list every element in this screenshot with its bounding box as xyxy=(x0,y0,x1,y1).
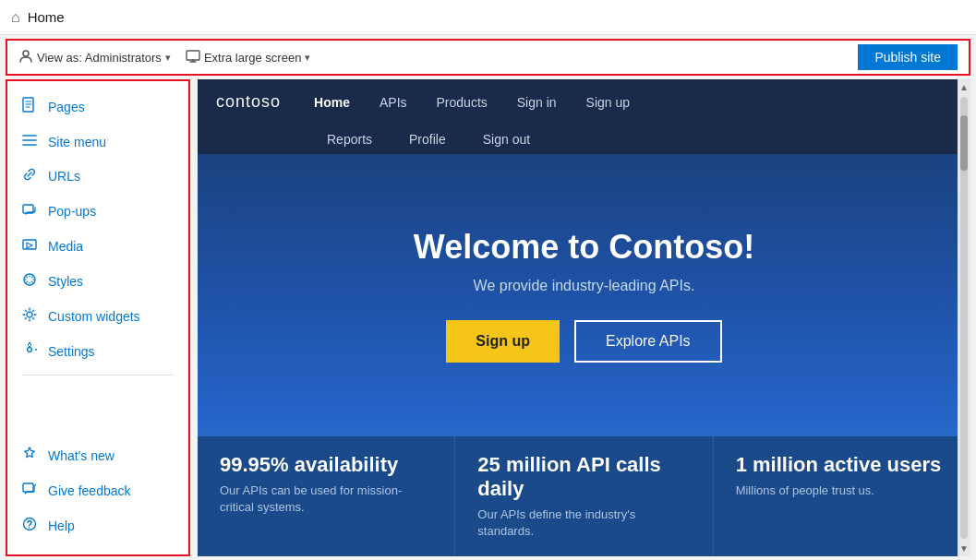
sidebar-item-label: Help xyxy=(48,518,75,533)
stat-availability: 99.95% availability Our APIs can be used… xyxy=(198,436,455,556)
sidebar-item-site-menu[interactable]: Site menu xyxy=(7,125,188,159)
toolbar-left: View as: Administrators ▾ Extra large sc… xyxy=(18,49,310,66)
media-icon xyxy=(22,237,39,256)
sidebar-item-label: Settings xyxy=(48,344,95,359)
sidebar-item-pop-ups[interactable]: Pop-ups xyxy=(7,194,188,229)
site-logo: contoso xyxy=(216,79,299,125)
nav-link-sign-up[interactable]: Sign up xyxy=(572,82,645,123)
site-nav: contoso Home APIs Products Sign in Sign … xyxy=(198,79,970,125)
main-toolbar: View as: Administrators ▾ Extra large sc… xyxy=(6,39,970,76)
stat-desc: Millions of people trust us. xyxy=(736,483,948,499)
svg-point-7 xyxy=(28,348,32,352)
nav-link-home[interactable]: Home xyxy=(299,82,365,123)
sidebar-item-label: Styles xyxy=(48,274,83,289)
stat-number: 99.95% availability xyxy=(220,453,432,477)
pages-icon xyxy=(22,97,39,117)
nav-link-sign-out[interactable]: Sign out xyxy=(464,125,548,154)
scrollbar-thumb[interactable] xyxy=(960,115,968,171)
sidebar-item-pages[interactable]: Pages xyxy=(7,89,188,125)
body: Pages Site menu URLs Pop-ups Media xyxy=(0,76,976,560)
scrollbar[interactable]: ▲ ▼ xyxy=(958,79,970,556)
sidebar-item-label: Pop-ups xyxy=(48,204,96,219)
scrollbar-track xyxy=(960,97,968,539)
sidebar-item-label: Site menu xyxy=(48,135,106,149)
view-as-dropdown[interactable]: View as: Administrators ▾ xyxy=(18,49,171,66)
preview-inner: contoso Home APIs Products Sign in Sign … xyxy=(198,79,970,556)
scroll-down-arrow[interactable]: ▼ xyxy=(957,541,970,556)
svg-point-0 xyxy=(23,51,29,56)
site-menu-icon xyxy=(22,134,39,150)
nav-link-profile[interactable]: Profile xyxy=(391,125,464,154)
sidebar-bottom: What's new Give feedback Help xyxy=(7,438,188,547)
stat-number: 1 million active users xyxy=(736,453,948,477)
sidebar-item-label: Custom widgets xyxy=(48,309,140,324)
pop-ups-icon xyxy=(22,202,39,220)
nav-link-sign-in[interactable]: Sign in xyxy=(502,82,572,123)
sidebar-item-media[interactable]: Media xyxy=(7,229,188,264)
sidebar: Pages Site menu URLs Pop-ups Media xyxy=(6,79,190,556)
scroll-up-arrow[interactable]: ▲ xyxy=(957,79,970,95)
sidebar-item-styles[interactable]: Styles xyxy=(7,264,188,299)
stat-api-calls: 25 million API calls daily Our APIs defi… xyxy=(455,436,713,556)
settings-icon xyxy=(22,342,39,361)
give-feedback-icon xyxy=(22,482,39,500)
screen-size-icon xyxy=(186,50,200,66)
sidebar-item-custom-widgets[interactable]: Custom widgets xyxy=(7,299,188,334)
custom-widgets-icon xyxy=(22,307,39,326)
screen-size-chevron-icon: ▾ xyxy=(305,52,310,64)
sidebar-item-label: Give feedback xyxy=(48,483,131,498)
sidebar-item-whats-new[interactable]: What's new xyxy=(7,438,188,473)
sidebar-item-label: URLs xyxy=(48,169,80,184)
sidebar-item-urls[interactable]: URLs xyxy=(7,159,188,194)
site-nav-links: Home APIs Products Sign in Sign up xyxy=(299,82,952,123)
svg-rect-1 xyxy=(187,51,199,60)
explore-apis-button[interactable]: Explore APIs xyxy=(574,320,722,363)
stats-section: 99.95% availability Our APIs can be used… xyxy=(198,436,970,556)
sidebar-item-label: Pages xyxy=(48,100,85,114)
help-icon xyxy=(22,517,39,535)
view-as-chevron-icon: ▾ xyxy=(165,52,171,64)
page-title: Home xyxy=(28,9,65,25)
hero-subtitle: We provide industry-leading APIs. xyxy=(474,278,695,294)
stat-active-users: 1 million active users Millions of peopl… xyxy=(714,436,970,556)
sign-up-button[interactable]: Sign up xyxy=(446,320,560,363)
sidebar-item-label: Media xyxy=(48,239,83,254)
view-as-label: View as: Administrators xyxy=(37,51,162,65)
sidebar-item-label: What's new xyxy=(48,448,114,463)
nav-link-apis[interactable]: APIs xyxy=(365,82,422,123)
stat-desc: Our APIs can be used for mission-critica… xyxy=(220,483,432,516)
view-as-icon xyxy=(18,49,33,66)
site-nav-row2: Reports Profile Sign out xyxy=(198,125,970,154)
stat-number: 25 million API calls daily xyxy=(477,453,690,501)
preview-area: contoso Home APIs Products Sign in Sign … xyxy=(198,79,970,556)
styles-icon xyxy=(22,272,39,291)
screen-size-dropdown[interactable]: Extra large screen ▾ xyxy=(186,50,311,66)
sidebar-item-give-feedback[interactable]: Give feedback xyxy=(7,473,188,508)
hero-buttons: Sign up Explore APIs xyxy=(446,320,721,363)
urls-icon xyxy=(22,167,39,185)
whats-new-icon xyxy=(22,447,39,465)
nav-link-products[interactable]: Products xyxy=(422,82,502,123)
svg-rect-8 xyxy=(23,483,33,492)
hero-section: Welcome to Contoso! We provide industry-… xyxy=(198,154,970,436)
hero-title: Welcome to Contoso! xyxy=(414,228,754,267)
top-bar-left: ⌂ Home xyxy=(11,9,65,26)
sidebar-item-help[interactable]: Help xyxy=(7,508,188,543)
home-icon: ⌂ xyxy=(11,9,20,26)
nav-link-reports[interactable]: Reports xyxy=(308,125,391,154)
sidebar-divider xyxy=(22,375,174,375)
svg-point-10 xyxy=(29,527,30,528)
screen-size-label: Extra large screen xyxy=(204,51,302,65)
top-bar: ⌂ Home xyxy=(0,0,976,35)
publish-site-button[interactable]: Publish site xyxy=(858,44,958,70)
stat-desc: Our APIs define the industry's standards… xyxy=(477,506,690,540)
sidebar-item-settings[interactable]: Settings xyxy=(7,334,188,369)
svg-point-6 xyxy=(27,312,32,317)
